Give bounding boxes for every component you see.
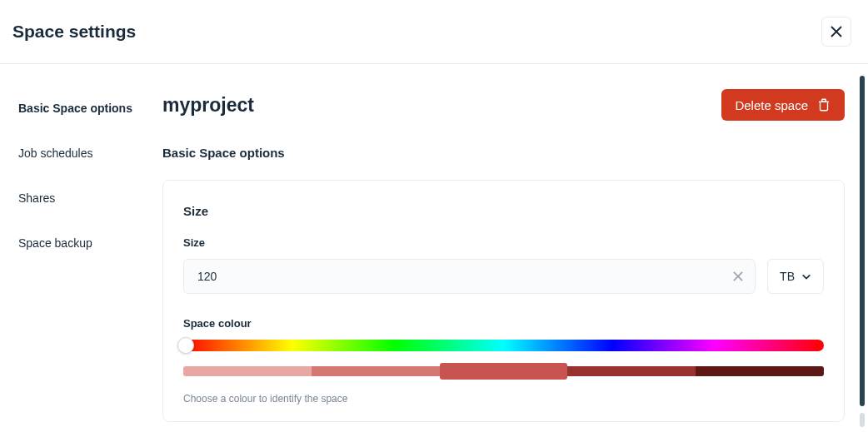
main-panel: myproject Delete space Basic Space optio… (162, 64, 868, 432)
delete-space-label: Delete space (735, 98, 808, 112)
dialog-header: Space settings (0, 0, 868, 64)
sidebar-item-job-schedules[interactable]: Job schedules (18, 146, 162, 160)
colour-helper-text: Choose a colour to identify the space (183, 393, 824, 405)
shade-swatch-4[interactable] (567, 366, 696, 376)
dialog-body: Basic Space options Job schedules Shares… (0, 64, 868, 432)
sidebar-item-shares[interactable]: Shares (18, 191, 162, 205)
colour-field-label: Space colour (183, 317, 824, 330)
shade-swatch-3[interactable] (440, 363, 568, 380)
close-icon (831, 26, 842, 37)
hue-slider[interactable] (183, 340, 824, 351)
sidebar-item-basic-options[interactable]: Basic Space options (18, 102, 162, 115)
sidebar: Basic Space options Job schedules Shares… (0, 64, 162, 432)
size-input[interactable] (184, 260, 721, 293)
sidebar-item-space-backup[interactable]: Space backup (18, 236, 162, 250)
clear-size-button[interactable] (721, 260, 755, 293)
unit-value: TB (780, 270, 795, 283)
dialog-title: Space settings (12, 22, 136, 42)
main-header: myproject Delete space (162, 89, 845, 121)
section-title: Basic Space options (162, 146, 845, 160)
shade-swatch-5[interactable] (696, 366, 824, 376)
hue-slider-thumb[interactable] (177, 337, 194, 354)
size-row: TB (183, 259, 824, 294)
clear-icon (733, 271, 743, 281)
shade-row (183, 366, 824, 376)
space-name-heading: myproject (162, 94, 254, 117)
trash-icon (816, 97, 831, 112)
scrollbar-track (860, 413, 865, 427)
card-title: Size (183, 204, 824, 218)
shade-swatch-1[interactable] (183, 366, 312, 376)
delete-space-button[interactable]: Delete space (721, 89, 845, 121)
shade-swatch-2[interactable] (312, 366, 440, 376)
size-input-wrap (183, 259, 756, 294)
unit-select[interactable]: TB (767, 259, 824, 294)
scrollbar-thumb[interactable] (860, 76, 865, 406)
size-card: Size Size TB (162, 180, 845, 422)
close-button[interactable] (821, 17, 851, 47)
scrollbar[interactable] (860, 76, 865, 427)
size-field-label: Size (183, 236, 824, 249)
chevron-down-icon (801, 271, 811, 281)
